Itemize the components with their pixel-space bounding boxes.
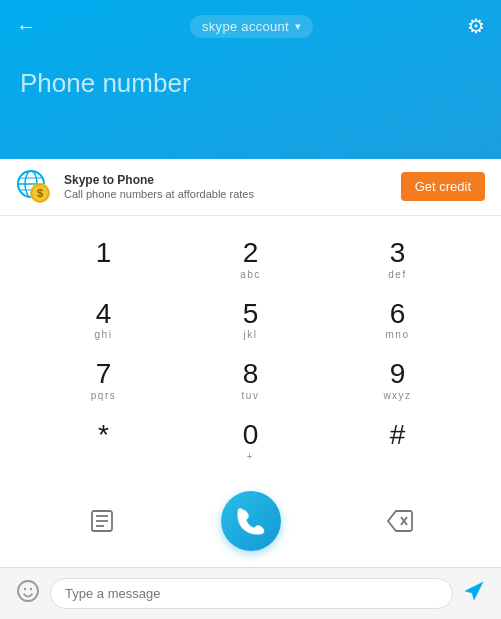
dialpad: 12abc3def4ghi5jkl6mno7pqrs8tuv9wxyz*0+# (0, 216, 501, 481)
dial-main-digit: 0 (243, 420, 259, 451)
dial-sub-letters: + (247, 451, 254, 465)
dial-main-digit: # (390, 420, 406, 451)
svg-point-16 (30, 588, 32, 590)
dial-sub-letters: wxyz (383, 390, 411, 404)
dial-main-digit: 2 (243, 238, 259, 269)
message-input[interactable] (50, 578, 453, 609)
svg-point-14 (18, 581, 38, 601)
dial-key-4[interactable]: 4ghi (30, 293, 177, 350)
top-area: ← skype account ▾ ⚙ Phone number (0, 0, 501, 159)
delete-button[interactable] (376, 497, 424, 545)
dial-sub-letters: def (388, 269, 406, 283)
call-button[interactable] (221, 491, 281, 551)
dial-sub-letters: tuv (242, 390, 260, 404)
dial-main-digit: 6 (390, 299, 406, 330)
dial-main-digit: 5 (243, 299, 259, 330)
dial-key-3[interactable]: 3def (324, 232, 471, 289)
back-icon: ← (16, 15, 36, 38)
banner-title: Skype to Phone (64, 173, 389, 187)
settings-button[interactable]: ⚙ (467, 14, 485, 38)
dial-key-9[interactable]: 9wxyz (324, 353, 471, 410)
skype-phone-icon: $ (16, 169, 52, 205)
dial-main-digit: * (98, 420, 109, 451)
send-button[interactable] (463, 580, 485, 607)
dial-sub-letters: pqrs (91, 390, 116, 404)
dial-key-hash[interactable]: # (324, 414, 471, 471)
top-bar: ← skype account ▾ ⚙ (16, 0, 485, 48)
back-button[interactable]: ← (16, 15, 36, 38)
dial-key-7[interactable]: 7pqrs (30, 353, 177, 410)
svg-text:$: $ (37, 187, 43, 199)
dial-main-digit: 9 (390, 359, 406, 390)
dial-key-8[interactable]: 8tuv (177, 353, 324, 410)
dial-key-0[interactable]: 0+ (177, 414, 324, 471)
get-credit-button[interactable]: Get credit (401, 172, 485, 201)
banner-subtitle: Call phone numbers at affordable rates (64, 188, 389, 200)
dial-main-digit: 4 (96, 299, 112, 330)
emoji-button[interactable] (16, 579, 40, 608)
action-bar (0, 481, 501, 567)
account-name: skype account (202, 19, 289, 34)
chevron-down-icon: ▾ (295, 20, 301, 33)
dial-key-5[interactable]: 5jkl (177, 293, 324, 350)
dial-key-6[interactable]: 6mno (324, 293, 471, 350)
dial-key-1[interactable]: 1 (30, 232, 177, 289)
dialpad-grid: 12abc3def4ghi5jkl6mno7pqrs8tuv9wxyz*0+# (30, 232, 471, 471)
account-selector[interactable]: skype account ▾ (190, 15, 313, 38)
skype-to-phone-banner: $ Skype to Phone Call phone numbers at a… (0, 159, 501, 216)
dial-main-digit: 3 (390, 238, 406, 269)
dial-sub-letters: jkl (244, 329, 258, 343)
banner-text: Skype to Phone Call phone numbers at aff… (64, 173, 389, 200)
dial-main-digit: 8 (243, 359, 259, 390)
svg-point-15 (24, 588, 26, 590)
phone-number-label: Phone number (16, 68, 485, 99)
contacts-button[interactable] (78, 497, 126, 545)
dial-main-digit: 7 (96, 359, 112, 390)
dial-sub-letters: ghi (95, 329, 113, 343)
gear-icon: ⚙ (467, 15, 485, 37)
app-container: ← skype account ▾ ⚙ Phone number (0, 0, 501, 619)
dial-key-star[interactable]: * (30, 414, 177, 471)
dial-sub-letters: abc (240, 269, 261, 283)
dial-sub-letters: mno (386, 329, 410, 343)
dial-key-2[interactable]: 2abc (177, 232, 324, 289)
chat-bar (0, 567, 501, 619)
dial-main-digit: 1 (96, 238, 112, 269)
